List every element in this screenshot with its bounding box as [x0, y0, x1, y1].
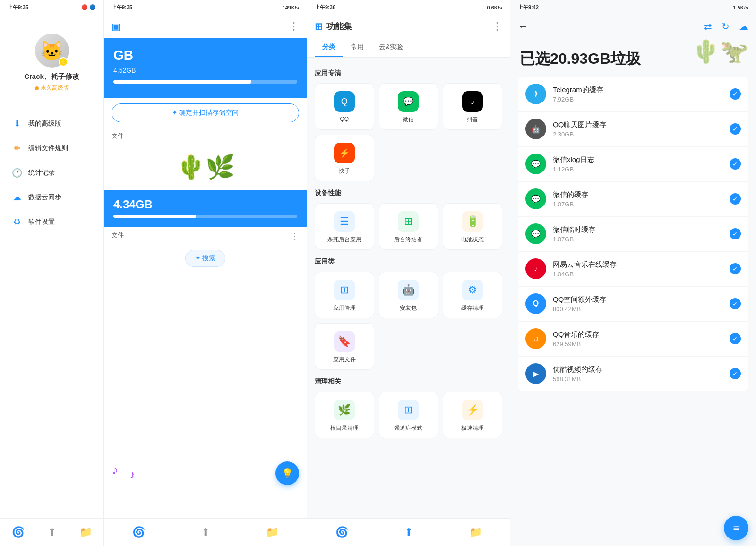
feature-app-mgr[interactable]: ⊞ 应用管理	[315, 272, 374, 318]
tab-common[interactable]: 常用	[343, 38, 371, 57]
back-button[interactable]: ←	[518, 20, 528, 33]
cleanup-item-youku[interactable]: ▶ 优酷视频的缓存 568.31MB ✓	[518, 356, 748, 391]
app-file-char: 🔖	[338, 335, 351, 348]
status-time-1: 上午9:35	[8, 4, 28, 11]
feature-fast-clean[interactable]: ⚡ 极速清理	[443, 392, 502, 438]
nav3-folder[interactable]: 📁	[465, 524, 486, 540]
nav3-clean[interactable]: 🌀	[332, 524, 352, 540]
confirm-scan-btn[interactable]: ✦ 确定并扫描存储空间	[112, 103, 299, 122]
cleanup-item-qqmusic[interactable]: ♫ QQ音乐的缓存 629.59MB ✓	[518, 321, 748, 356]
search-button[interactable]: ✦ 搜索	[185, 250, 226, 267]
apps-grid: ⊞ 应用管理 🤖 安装包 ⚙ 缓存清理 🔖 应用文件	[315, 272, 502, 370]
feature-ocd[interactable]: ⊞ 强迫症模式	[379, 392, 438, 438]
badge-dot	[35, 86, 39, 90]
storage-second-bar-fill	[113, 215, 196, 218]
feature-cache[interactable]: ⚙ 缓存清理	[443, 272, 502, 318]
storage-bar	[113, 80, 297, 84]
cleanup-item-qqzone[interactable]: Q QQ空间额外缓存 800.42MB ✓	[518, 286, 748, 321]
more-icon-3[interactable]: ⋮	[492, 20, 502, 33]
qqmusic-check[interactable]: ✓	[730, 333, 741, 344]
feature-app-file[interactable]: 🔖 应用文件	[315, 323, 374, 370]
cloud-upload-icon[interactable]: ☁	[739, 21, 748, 32]
device-grid: ☰ 杀死后台应用 ⊞ 后台终结者 🔋 电池状态	[315, 203, 502, 250]
nav-clean-icon: 🌀	[12, 526, 25, 538]
tab-cloud[interactable]: 云&实验	[371, 38, 411, 57]
float-menu-btn[interactable]: ≡	[724, 516, 748, 540]
netease-check[interactable]: ✓	[730, 263, 741, 274]
wechat-xlog-char: 💬	[531, 160, 541, 169]
youku-check[interactable]: ✓	[730, 368, 741, 379]
apk-char: 🤖	[402, 284, 415, 296]
dir-clean-label: 根目录清理	[330, 424, 359, 432]
youku-size: 568.31MB	[553, 375, 723, 383]
menu-item-cloud[interactable]: ☁ 数据云同步	[0, 185, 103, 210]
nav2-clean[interactable]: 🌀	[129, 524, 149, 540]
feature-wechat[interactable]: 💬 微信	[379, 83, 438, 130]
three-dots-2[interactable]: ⋮	[291, 231, 299, 241]
menu-item-stats[interactable]: 🕐 统计记录	[0, 161, 103, 185]
cleanup-item-qq-img[interactable]: 🤖 QQ聊天图片缓存 2.30GB ✓	[518, 111, 748, 146]
qq-img-name: QQ聊天图片缓存	[553, 120, 723, 129]
feature-bg-killer[interactable]: ⊞ 后台终结者	[379, 203, 438, 250]
fast-clean-char: ⚡	[466, 404, 479, 416]
wechat-xlog-icon: 💬	[525, 154, 546, 174]
feature-apk[interactable]: 🤖 安装包	[379, 272, 438, 318]
kuaishou-app-icon: ⚡	[334, 143, 355, 163]
panel2-header: ▣ ⋮	[104, 15, 307, 38]
menu-item-premium[interactable]: ⬇ 我的高级版	[0, 111, 103, 136]
nav-clean[interactable]: 🌀	[8, 524, 28, 540]
feature-kill-bg[interactable]: ☰ 杀死后台应用	[315, 203, 374, 250]
feature-kuaishou[interactable]: ⚡ 快手	[315, 135, 374, 181]
youku-name: 优酷视频的缓存	[553, 365, 723, 374]
storage-sub: 4.52GB	[113, 67, 297, 74]
nav2-upload[interactable]: ⬆	[198, 524, 214, 540]
nav-folder[interactable]: 📁	[76, 524, 96, 540]
cleanup-item-telegram[interactable]: ✈ Telegram的缓存 7.92GB ✓	[518, 77, 748, 111]
cleanup-item-wechat-xlog[interactable]: 💬 微信xlog日志 1.12GB ✓	[518, 146, 748, 181]
netease-info: 网易云音乐在线缓存 1.04GB	[553, 260, 723, 278]
premium-badge: ⭐	[59, 57, 68, 67]
nav-upload-icon: ⬆	[48, 526, 56, 538]
qqmusic-char: ♫	[533, 334, 539, 343]
wechat-tmp-check[interactable]: ✓	[730, 228, 741, 239]
float-action-light[interactable]: 💡	[275, 461, 299, 485]
wechat-xlog-check[interactable]: ✓	[730, 158, 741, 170]
stats-icon: 🕐	[11, 167, 23, 179]
menu-item-settings[interactable]: ⚙ 软件设置	[0, 210, 103, 234]
cleanup-item-wechat-tmp[interactable]: 💬 微信临时缓存 1.07GB ✓	[518, 216, 748, 251]
feature-battery[interactable]: 🔋 电池状态	[443, 203, 502, 250]
kill-bg-label: 杀死后台应用	[327, 236, 361, 244]
speed-4: 1.5K/s	[733, 5, 748, 10]
sidebar-toggle-icon[interactable]: ▣	[112, 21, 120, 32]
user-profile-section: 🐱 ⭐ Crack、耗子修改 永久高级版	[0, 15, 103, 102]
feature-dir-clean[interactable]: 🌿 根目录清理	[315, 392, 374, 438]
nav2-folder[interactable]: 📁	[262, 524, 283, 540]
status-icons-2: 149K/s	[283, 5, 299, 10]
qqzone-char: Q	[533, 299, 539, 308]
cleanup-item-wechat-cache[interactable]: 💬 微信的缓存 1.07GB ✓	[518, 181, 748, 216]
user-level-text: 永久高级版	[41, 84, 69, 92]
tab-category[interactable]: 分类	[315, 38, 343, 57]
qqmusic-name: QQ音乐的缓存	[553, 330, 723, 339]
cleanup-item-netease[interactable]: ♪ 网易云音乐在线缓存 1.04GB ✓	[518, 251, 748, 286]
qq-label: QQ	[340, 116, 349, 122]
menu-item-rules[interactable]: ✏ 编辑文件规则	[0, 136, 103, 161]
wechat-cache-check[interactable]: ✓	[730, 193, 741, 205]
qqzone-check[interactable]: ✓	[730, 298, 741, 309]
app-file-icon: 🔖	[334, 331, 355, 352]
feature-qq[interactable]: Q QQ	[315, 83, 374, 130]
menu-label-settings: 软件设置	[28, 218, 55, 226]
youku-icon: ▶	[525, 363, 546, 384]
more-icon-2[interactable]: ⋮	[289, 20, 299, 33]
swap-icon[interactable]: ⇄	[704, 21, 712, 32]
refresh-icon[interactable]: ↻	[722, 21, 730, 32]
telegram-check[interactable]: ✓	[730, 88, 741, 100]
bg-killer-char: ⊞	[404, 215, 412, 228]
feature-douyin[interactable]: ♪ 抖音	[443, 83, 502, 130]
qq-img-check[interactable]: ✓	[730, 123, 741, 135]
section-title-apps: 应用类	[315, 257, 502, 266]
nav-upload[interactable]: ⬆	[44, 524, 60, 540]
battery-char: 🔋	[466, 215, 479, 228]
status-bar-1: 上午9:35 🔴 🔵	[0, 0, 103, 15]
nav3-upload[interactable]: ⬆	[401, 524, 417, 540]
